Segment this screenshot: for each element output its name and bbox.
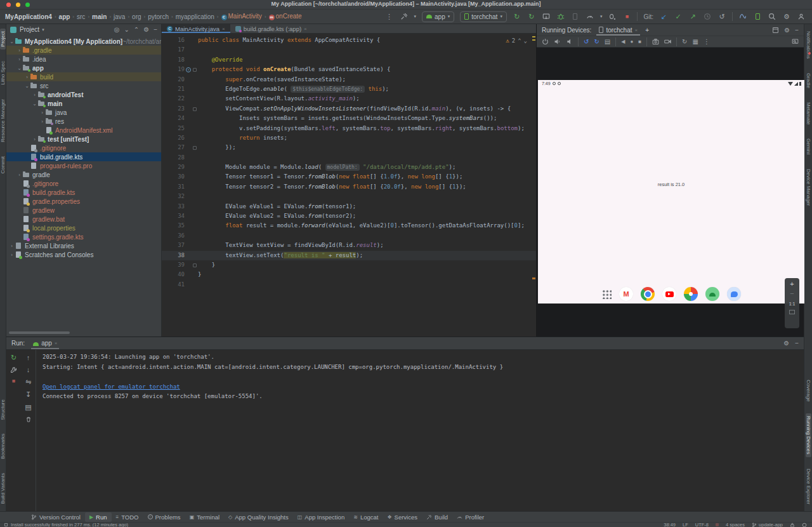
stop-button[interactable]: ■ [12, 378, 15, 384]
close-icon[interactable]: × [635, 27, 638, 33]
stripe-tab-metamate[interactable]: Metamate [806, 100, 811, 128]
tree-item-settings.gradle.kts[interactable]: settings.gradle.kts [6, 232, 161, 241]
tree-item-test-unittest-[interactable]: ›test [unitTest] [6, 135, 161, 143]
locate-file-icon[interactable]: ◎ [114, 26, 120, 33]
volume-up-icon[interactable] [554, 38, 561, 45]
photos-icon[interactable] [684, 287, 698, 301]
tree-item-gradle.properties[interactable]: gradle.properties [6, 197, 161, 206]
toolwindow-tab-problems[interactable]: !Problems [143, 512, 185, 522]
editor-tab-mainactivity.java[interactable]: CMainActivity.java× [162, 24, 230, 33]
stripe-tab-device-explorer[interactable]: Device Explorer [806, 466, 811, 507]
kebab-icon[interactable]: ⋮ [385, 12, 394, 21]
zoom-out-button[interactable]: − [790, 290, 794, 297]
settings-gear-icon[interactable]: ⚙ [143, 26, 149, 33]
zoom-mode-icon[interactable] [792, 38, 799, 45]
tree-item-res[interactable]: ›res [6, 117, 161, 126]
home-button-icon[interactable]: ● [630, 39, 633, 44]
code-line-30[interactable]: 30 Tensor tensor1 = Tensor.fromBlob(new … [162, 172, 536, 182]
next-problem-icon[interactable]: ⌄ [524, 37, 527, 44]
code-line-16[interactable]: 16public class MainActivity extends AppC… [162, 36, 536, 45]
tree-item-.gitignore[interactable]: .gitignore [6, 143, 161, 152]
toolwindow-tab-services[interactable]: ❖Services [383, 512, 422, 522]
code-line-29[interactable]: 29 Module module = Module.load( modelPat… [162, 163, 536, 172]
fold-marker-icon[interactable] [193, 107, 197, 111]
more-options-icon[interactable]: ⋮ [704, 38, 710, 45]
stripe-tab-notifications[interactable]: Notifications [806, 29, 811, 62]
hide-panel-icon[interactable]: − [795, 27, 799, 34]
tree-item-.gitignore[interactable]: .gitignore [6, 179, 161, 188]
build-hammer-icon[interactable] [400, 12, 409, 21]
tree-chevron-icon[interactable]: › [16, 48, 22, 53]
android-app-icon[interactable] [705, 287, 719, 301]
volume-down-icon[interactable] [566, 38, 573, 45]
code-line-24[interactable]: 24 Insets systemBars = insets.getInsets(… [162, 114, 536, 123]
stripe-tab-coverage[interactable]: Coverage [806, 377, 811, 404]
tree-item-build.gradle.kts[interactable]: build.gradle.kts [6, 152, 161, 161]
notifications-icon[interactable] [802, 523, 807, 527]
account-icon[interactable] [797, 12, 806, 21]
meta-assistant-icon[interactable] [738, 12, 747, 21]
tree-chevron-icon[interactable]: › [32, 137, 37, 142]
tree-item-java[interactable]: ›java [6, 108, 161, 117]
code-line-27[interactable]: 27 }); [162, 143, 536, 152]
caret-position[interactable]: 38:49 [664, 522, 676, 527]
code-line-32[interactable]: 32 [162, 192, 536, 201]
apply-code-changes-icon[interactable]: ↻ [527, 12, 536, 21]
code-line-34[interactable]: 34 EValue eValue2 = EValue.from(tensor2)… [162, 211, 536, 221]
settings-gear-icon[interactable]: ⚙ [782, 12, 791, 21]
chevron-down-icon[interactable]: ▾ [414, 14, 417, 19]
soft-wrap-icon[interactable]: ⇋ [25, 378, 31, 386]
tree-chevron-icon[interactable]: › [16, 172, 22, 178]
git-rollback-icon[interactable]: ↺ [717, 12, 726, 21]
code-line-25[interactable]: 25 v.setPadding(systemBars.left, systemB… [162, 124, 536, 133]
logcat-panel-link[interactable]: Open logcat panel for emulator torchchat [43, 384, 180, 390]
profiler-icon[interactable] [586, 12, 594, 21]
tree-item-gradlew[interactable]: gradlew [6, 206, 161, 215]
zoom-ratio-button[interactable]: 1:1 [789, 302, 796, 306]
chevron-down-icon[interactable]: ▾ [600, 14, 603, 19]
fold-marker-icon[interactable] [193, 264, 197, 267]
tree-chevron-icon[interactable]: ⌄ [16, 65, 22, 71]
screen-record-icon[interactable] [664, 38, 671, 45]
stripe-tab-resource-manager[interactable]: Resource Manager [0, 97, 6, 145]
toolwindow-tab-todo[interactable]: ≡TODO [112, 512, 143, 522]
tree-item-gradle[interactable]: ›gradle [6, 170, 161, 179]
zoom-in-button[interactable]: + [790, 280, 794, 288]
code-line-37[interactable]: 37 TextView textView = findViewById(R.id… [162, 241, 536, 250]
git-branch-widget[interactable]: update-app [752, 522, 783, 527]
toolwindow-tab-app-quality-insights[interactable]: ◇App Quality Insights [224, 512, 293, 522]
tree-item-main[interactable]: ⌄main [6, 99, 161, 108]
breadcrumb-item-app[interactable]: app [59, 13, 70, 20]
tree-chevron-icon[interactable]: › [16, 57, 22, 62]
tree-chevron-icon[interactable]: › [32, 92, 37, 98]
toolwindow-tab-build[interactable]: Build [422, 512, 452, 522]
tree-item-proguard-rules.pro[interactable]: proguard-rules.pro [6, 161, 161, 170]
fold-marker-icon[interactable] [193, 146, 197, 150]
tree-item-app[interactable]: ⌄app [6, 63, 161, 72]
toolwindow-tab-terminal[interactable]: ▣Terminal [185, 512, 224, 522]
print-icon[interactable]: ▤ [25, 403, 31, 411]
collapse-all-icon[interactable]: ⌃ [134, 26, 139, 33]
emulator-screen[interactable]: 7:49 result is 21.0 M [538, 80, 804, 304]
tree-item-gradlew.bat[interactable]: gradlew.bat [6, 215, 161, 223]
toolwindow-tab-profiler[interactable]: Profiler [452, 512, 488, 522]
fit-to-window-button[interactable] [789, 310, 795, 314]
attach-debugger-icon[interactable] [542, 12, 551, 21]
code-line-18[interactable]: 18 @Override [162, 55, 536, 65]
editor-scrollbar[interactable] [531, 34, 536, 337]
breadcrumb-item-onCreate[interactable]: monCreate [269, 13, 302, 20]
rotate-right-icon[interactable]: ↻ [594, 38, 599, 45]
add-device-tab-button[interactable]: + [645, 27, 649, 34]
tree-item-scratches-and-consoles[interactable]: ›Scratches and Consoles [6, 250, 161, 259]
breadcrumb-item-MainActivity[interactable]: CMainActivity [221, 13, 262, 20]
code-line-17[interactable]: 17 [162, 45, 536, 55]
stop-button[interactable]: ■ [622, 12, 631, 21]
toolwindow-tab-logcat[interactable]: ≋Logcat [349, 512, 383, 522]
code-line-41[interactable]: 41 [162, 280, 536, 290]
override-method-icon[interactable]: ↑ [186, 67, 191, 72]
console-line[interactable]: Open logcat panel for emulator torchchat [43, 382, 797, 392]
code-line-40[interactable]: 40} [162, 270, 536, 279]
code-line-22[interactable]: 22 setContentView(R.layout.activity_main… [162, 94, 536, 103]
prev-problem-icon[interactable]: ⌃ [518, 37, 521, 44]
run-tab-app[interactable]: app × [31, 337, 59, 349]
